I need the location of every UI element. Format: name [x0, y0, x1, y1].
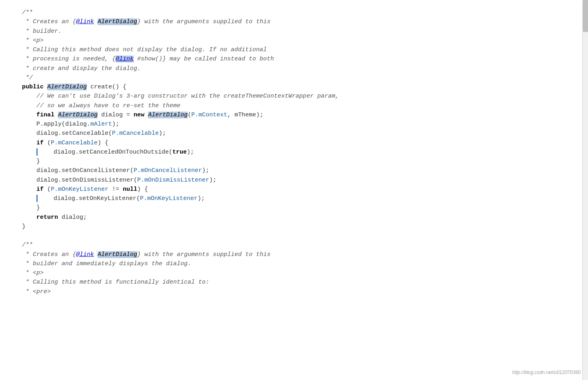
line-17: }: [22, 157, 572, 166]
line-28: * builder and immediately displays the d…: [22, 259, 572, 268]
line-20: if (P.mOnKeyListener != null) {: [22, 185, 572, 194]
line-11: // so we always have to re-set the theme: [22, 101, 572, 110]
watermark: http://blog.csdn.net/u012070360: [512, 369, 581, 376]
line-18: dialog.setOnCancelListener(P.mOnCancelLi…: [22, 166, 572, 175]
line-21: dialog.setOnKeyListener(P.mOnKeyListener…: [22, 194, 572, 203]
line-2: * Creates an {@link AlertDialog} with th…: [22, 17, 572, 26]
line-24: }: [22, 222, 572, 231]
line-31: * <pre>: [22, 287, 572, 296]
line-1: /**: [22, 8, 572, 17]
line-6: * processing is needed, {@link #show()} …: [22, 54, 572, 64]
line-15: if (P.mCancelable) {: [22, 138, 572, 148]
line-4: * <p>: [22, 36, 572, 45]
scrollbar[interactable]: [582, 0, 588, 380]
line-22: }: [22, 203, 572, 212]
line-25: [22, 231, 572, 240]
line-5: * Calling this method does not display t…: [22, 45, 572, 54]
line-8: */: [22, 73, 572, 82]
line-13: P.apply(dialog.mAlert);: [22, 120, 572, 129]
line-10: // We can't use Dialog's 3-arg construct…: [22, 92, 572, 101]
line-29: * <p>: [22, 268, 572, 278]
line-26: /**: [22, 240, 572, 250]
line-7: * create and display the dialog.: [22, 64, 572, 73]
line-30: * Calling this method is functionally id…: [22, 278, 572, 287]
line-3: * builder.: [22, 27, 572, 36]
line-19: dialog.setOnDismissListener(P.mOnDismiss…: [22, 176, 572, 185]
line-27: * Creates an {@link AlertDialog} with th…: [22, 250, 572, 259]
line-23: return dialog;: [22, 213, 572, 222]
code-container: /** * Creates an {@link AlertDialog} wit…: [0, 0, 588, 380]
line-9: public AlertDialog create() {: [22, 82, 572, 92]
line-14: dialog.setCancelable(P.mCancelable);: [22, 129, 572, 138]
line-12: final AlertDialog dialog = new AlertDial…: [22, 110, 572, 120]
scrollbar-thumb[interactable]: [583, 0, 588, 32]
line-16: dialog.setCanceledOnTouchOutside(true);: [22, 148, 572, 157]
